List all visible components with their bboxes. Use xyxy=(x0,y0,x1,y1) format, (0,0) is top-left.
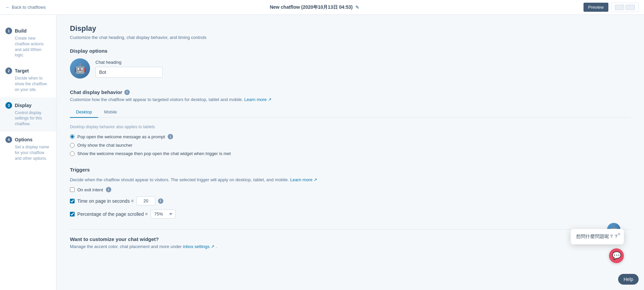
radio-show-then-pop-input[interactable] xyxy=(70,151,75,156)
avatar: 🤖 xyxy=(70,58,90,79)
display-options-section: Display options 🤖 Chat heading xyxy=(70,48,631,79)
step-desc-build: Create new chatflow actions and add if/t… xyxy=(5,36,51,58)
sidebar: 1 Build Create new chatflow actions and … xyxy=(0,15,56,290)
sidebar-step-options[interactable]: 4 Options Set a display name for your ch… xyxy=(0,132,56,166)
trigger-time-checkbox[interactable] xyxy=(70,199,75,203)
trigger-exit-info-icon[interactable]: i xyxy=(106,187,111,192)
step-desc-options: Set a display name for your chatflow and… xyxy=(5,144,51,161)
divider xyxy=(70,229,631,230)
tab-mobile[interactable]: Mobile xyxy=(98,107,123,118)
chat-bubble-text: 想問什麼問題呢？？ xyxy=(576,234,618,239)
topbar: ← Back to chatflows New chatflow (2020年1… xyxy=(0,0,644,15)
inbox-settings-link[interactable]: inbox settings ↗ xyxy=(183,244,216,249)
behavior-header: Chat display behavior i xyxy=(70,89,631,95)
triggers-external-icon: ↗ xyxy=(314,177,317,182)
behavior-title: Chat display behavior xyxy=(70,89,122,95)
step-desc-display: Control display settings for this chatfl… xyxy=(5,110,51,127)
back-to-chatflows[interactable]: ← Back to chatflows xyxy=(5,5,46,10)
main-content: Display Customize the chat heading, chat… xyxy=(56,15,644,290)
edit-title-icon[interactable]: ✎ xyxy=(355,5,359,10)
page-subtitle: Customize the chat heading, chat display… xyxy=(70,35,631,40)
triggers-desc: Decide when the chatflow should appear t… xyxy=(70,177,631,182)
trigger-scroll-label: Percentage of the page scrolled = xyxy=(77,211,148,217)
step-title-display: Display xyxy=(15,103,32,108)
step-number-2: 2 xyxy=(5,67,12,74)
step-number-3: 3 xyxy=(5,102,12,109)
customize-desc: Manage the accent color, chat placement … xyxy=(70,244,631,249)
main-layout: 1 Build Create new chatflow actions and … xyxy=(0,15,644,290)
triggers-section: Triggers Decide when the chatflow should… xyxy=(70,167,631,219)
step-title-target: Target xyxy=(15,68,29,74)
chat-heading-input[interactable] xyxy=(95,67,163,78)
trigger-time-label: Time on page in seconds = xyxy=(77,198,134,204)
radio-pop-open-input[interactable] xyxy=(70,134,75,139)
radio-pop-info-icon[interactable]: i xyxy=(168,134,173,139)
radio-show-then-pop-label: Show the welcome message then pop open t… xyxy=(77,151,231,156)
display-options-title: Display options xyxy=(70,48,631,54)
chat-heading-row: 🤖 Chat heading xyxy=(70,58,631,79)
step-number-1: 1 xyxy=(5,28,12,34)
inbox-external-icon: ↗ xyxy=(211,244,214,249)
preview-widget-area: 🤖 × 想問什麼問題呢？？ 💬 xyxy=(571,229,624,263)
sidebar-step-target[interactable]: 2 Target Decide when to show the chatflo… xyxy=(0,63,56,97)
customize-section: Want to customize your chat widget? Mana… xyxy=(70,236,631,249)
chatflow-title: New chatflow (2020年10月13日 04:53) xyxy=(270,4,353,10)
trigger-scroll-checkbox[interactable] xyxy=(70,212,75,216)
radio-only-launcher-input[interactable] xyxy=(70,143,75,148)
chat-display-behavior-section: Chat display behavior i Customize how th… xyxy=(70,89,631,156)
toggle-off-box xyxy=(615,5,624,10)
help-button[interactable]: Help xyxy=(618,274,639,285)
radio-only-launcher[interactable]: Only show the chat launcher xyxy=(70,143,631,148)
trigger-time-info-icon[interactable]: i xyxy=(158,198,163,204)
behavior-info-icon[interactable]: i xyxy=(124,90,130,95)
chat-bubble: × 想問什麼問題呢？？ xyxy=(571,229,624,244)
back-label: Back to chatflows xyxy=(12,5,46,10)
topbar-actions: Preview xyxy=(583,3,639,12)
chat-bubble-container: 🤖 × 想問什麼問題呢？？ xyxy=(571,229,624,244)
sidebar-step-display[interactable]: 3 Display Control display settings for t… xyxy=(0,97,56,132)
trigger-exit-intent[interactable]: On exit intent i xyxy=(70,187,631,192)
trigger-exit-intent-checkbox[interactable] xyxy=(70,187,75,192)
step-number-4: 4 xyxy=(5,136,12,143)
avatar-icon: 🤖 xyxy=(74,63,86,74)
chat-launcher-icon: 💬 xyxy=(612,251,621,260)
chat-heading-label: Chat heading xyxy=(95,60,163,65)
customize-title: Want to customize your chat widget? xyxy=(70,236,631,242)
step-desc-target: Decide when to show the chatflow on your… xyxy=(5,76,51,92)
tab-desktop[interactable]: Desktop xyxy=(70,107,98,118)
radio-only-launcher-label: Only show the chat launcher xyxy=(77,143,132,148)
preview-button[interactable]: Preview xyxy=(583,3,608,12)
page-title: Display xyxy=(70,24,631,33)
back-arrow-icon: ← xyxy=(5,5,10,10)
tablet-note: Desktop display behavior also applies to… xyxy=(70,125,631,129)
sidebar-step-build[interactable]: 1 Build Create new chatflow actions and … xyxy=(0,23,56,63)
trigger-scroll-select[interactable]: 25% 50% 75% 100% xyxy=(151,209,175,219)
radio-pop-open-label: Pop open the welcome message as a prompt xyxy=(77,134,165,139)
behavior-learn-more[interactable]: Learn more ↗ xyxy=(244,97,272,102)
chat-heading-field-group: Chat heading xyxy=(95,60,163,78)
step-title-build: Build xyxy=(15,28,27,34)
trigger-time-input[interactable] xyxy=(136,196,155,205)
triggers-learn-more[interactable]: Learn more ↗ xyxy=(290,177,317,182)
chat-bubble-close-icon[interactable]: × xyxy=(617,232,620,237)
trigger-time-row: Time on page in seconds = i xyxy=(70,196,631,205)
behavior-tabs: Desktop Mobile xyxy=(70,107,631,118)
toggle-switch[interactable] xyxy=(611,3,639,12)
behavior-desc: Customize how the chatflow will appear t… xyxy=(70,97,631,102)
radio-group-display: Pop open the welcome message as a prompt… xyxy=(70,134,631,156)
triggers-title: Triggers xyxy=(70,167,631,173)
radio-pop-open[interactable]: Pop open the welcome message as a prompt… xyxy=(70,134,631,139)
trigger-exit-intent-label: On exit intent xyxy=(77,187,103,192)
topbar-title-area: New chatflow (2020年10月13日 04:53) ✎ xyxy=(270,4,360,10)
chat-launcher-button[interactable]: 💬 xyxy=(609,248,624,263)
external-link-icon: ↗ xyxy=(268,97,272,102)
radio-show-then-pop[interactable]: Show the welcome message then pop open t… xyxy=(70,151,631,156)
step-title-options: Options xyxy=(15,137,33,142)
toggle-on-box xyxy=(626,5,635,10)
trigger-scroll-row: Percentage of the page scrolled = 25% 50… xyxy=(70,209,631,219)
